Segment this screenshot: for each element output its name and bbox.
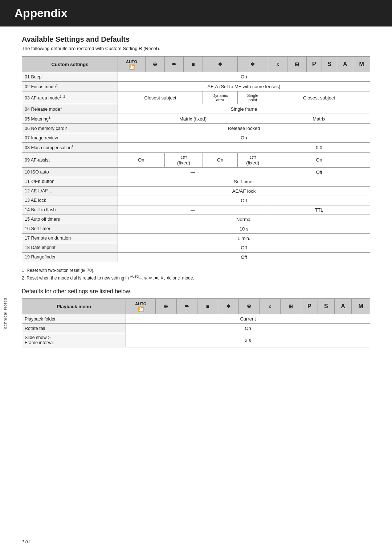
page-number: 176 [22,539,30,544]
col-pb-frame: ⊞ [280,299,301,314]
val-rangefinder: Off [118,252,370,262]
row-date-imprint: 18 Date imprint Off [22,243,370,252]
val-date-imprint: Off [118,243,370,252]
row-iso-auto: 10 ISO auto — Off [22,167,370,177]
row-af-assist: 09 AF-assist On Off(fixed) On Off(fixed)… [22,152,370,167]
row-remote-on-duration: 17 Remote on duration 1 min. [22,233,370,243]
section1-title: Available Settings and Defaults [22,35,370,44]
label-iso-auto: 10 ISO auto [22,167,118,177]
label-auto-off-timers: 15 Auto off timers [22,215,118,224]
label-release-mode: 04 Release mode1 [22,104,118,114]
col-snowflake: ❄ [237,57,268,72]
val-af-assist-off-fixed1: Off(fixed) [164,152,203,167]
row-release-mode: 04 Release mode1 Single frame [22,104,370,114]
val-flash-comp-dash: — [118,143,268,152]
val-iso-auto-dash: — [118,167,268,177]
val-image-review: On [118,133,370,143]
page-title: Appendix [15,7,377,20]
val-no-memory-card: Release locked [118,124,370,133]
label-slide-show: Slide show >Frame interval [22,333,126,347]
col-p: P [306,57,322,72]
col-pb-p: P [301,299,318,314]
col-m: M [353,57,370,72]
val-af-assist-off-fixed2: Off(fixed) [237,152,268,167]
label-rotate-tall: Rotate tall [22,324,126,333]
val-slide-show: 2 s [126,333,370,347]
side-label: Technical Notes [3,298,7,331]
row-rotate-tall: Rotate tall On [22,324,370,333]
val-ae-lock: Off [118,196,370,205]
col-pb-auto: AUTO🎦 [126,299,156,314]
row-ae-lock: 13 AE lock Off [22,196,370,205]
val-built-in-flash-dash: — [118,205,268,215]
val-self-timer: 10 s [118,224,370,233]
label-remote-on-duration: 17 Remote on duration [22,233,118,243]
custom-settings-table: Custom settings AUTO🎦 ⊕ ✏ ■ ❖ ❄ ♬ ⊞ P S … [22,56,370,262]
label-flash-comp: 08 Flash compensation1 [22,143,118,152]
row-flash-comp: 08 Flash compensation1 — 0.0 [22,143,370,152]
col-plus: ⊕ [145,57,164,72]
label-self-timer: 16 Self-timer [22,224,118,233]
val-rotate-tall: On [126,324,370,333]
label-built-in-flash: 14 Built-in flash [22,205,118,215]
col-pb-music: ♬ [260,299,280,314]
playback-menu-table: Playback menu AUTO🎦 ⊕ ✏ ■ ❖ ❄ ♬ ⊞ P S A … [22,298,370,347]
col-auto: AUTO🎦 [118,57,146,72]
label-rangefinder: 19 Rangefinder [22,252,118,262]
val-af-assist-on3: On [268,152,370,167]
val-remote-on-duration: 1 min. [118,233,370,243]
col-pb-a: A [334,299,352,314]
val-ae-l-af-l: AE/AF lock [118,186,370,196]
row-rangefinder: 19 Rangefinder Off [22,252,370,262]
col-pb-diamond: ❖ [218,299,239,314]
row-slide-show: Slide show >Frame interval 2 s [22,333,370,347]
val-iso-auto-off: Off [268,167,370,177]
val-release-mode: Single frame [118,104,370,114]
col-frame: ⊞ [287,57,306,72]
val-built-in-flash-ttl: TTL [268,205,370,215]
val-af-assist-on1: On [118,152,165,167]
val-playback-folder: Current [126,314,370,324]
val-beep: On [118,72,370,82]
val-af-area-single: Singlepoint [237,91,268,104]
col-pb-black: ■ [197,299,218,314]
row-built-in-flash: 14 Built-in flash — TTL [22,205,370,215]
col-z: ✏ [164,57,184,72]
val-metering-matrix-fixed: Matrix (fixed) [118,114,268,124]
row-no-memory-card: 06 No memory card? Release locked [22,124,370,133]
row-fn-button: 11 ○/Fn button Self-timer [22,177,370,186]
footnotes: 1 Reset with two-button reset (⊞ 70). 2 … [22,267,370,282]
page-header: Appendix [0,0,392,26]
label-focus-mode: 02 Focus mode1 [22,82,118,91]
val-auto-off-timers: Normal [118,215,370,224]
row-beep: 01 Beep On [22,72,370,82]
footnote-2: 2 Reset when the mode dial is rotated to… [22,274,370,282]
label-metering: 05 Metering1 [22,114,118,124]
col-pb-m: M [352,299,370,314]
label-ae-l-af-l: 12 AE-L/AF-L [22,186,118,196]
col-black: ■ [184,57,203,72]
row-ae-l-af-l: 12 AE-L/AF-L AE/AF lock [22,186,370,196]
row-metering: 05 Metering1 Matrix (fixed) Matrix [22,114,370,124]
col-pb-s: S [318,299,334,314]
col-custom-settings: Custom settings [22,57,118,72]
row-playback-folder: Playback folder Current [22,314,370,324]
col-pb-plus: ⊕ [156,299,176,314]
val-af-area-closest2: Closest subject [268,91,370,104]
val-fn-button: Self-timer [118,177,370,186]
label-playback-folder: Playback folder [22,314,126,324]
col-pb-z: ✏ [176,299,197,314]
col-music: ♬ [268,57,287,72]
label-date-imprint: 18 Date imprint [22,243,118,252]
col-pb-snowflake: ❄ [239,299,260,314]
col-diamond: ❖ [203,57,237,72]
label-fn-button: 11 ○/Fn button [22,177,118,186]
val-af-area-closest1: Closest subject [118,91,203,104]
col-a: A [337,57,353,72]
label-image-review: 07 Image review [22,133,118,143]
label-no-memory-card: 06 No memory card? [22,124,118,133]
row-af-area-mode: 03 AF-area mode1, 2 Closest subject Dyna… [22,91,370,104]
row-focus-mode: 02 Focus mode1 AF-A (Set to MF with some… [22,82,370,91]
val-af-assist-on2: On [203,152,237,167]
val-metering-matrix: Matrix [268,114,370,124]
